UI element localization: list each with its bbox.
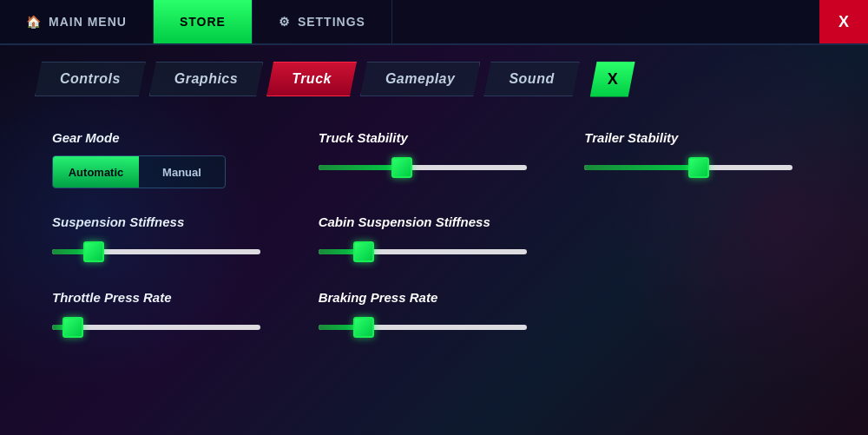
truck-stability-track bbox=[319, 165, 527, 170]
suspension-stiffness-track bbox=[52, 249, 260, 254]
trailer-stability-group: Trailer Stability bbox=[584, 130, 816, 188]
settings-content: Gear Mode Automatic Manual Truck Stabili… bbox=[0, 104, 868, 366]
cabin-suspension-thumb[interactable] bbox=[353, 241, 374, 262]
main-menu-nav[interactable]: 🏠 MAIN MENU bbox=[0, 0, 154, 43]
tab-controls[interactable]: Controls bbox=[35, 62, 146, 96]
gear-mode-label: Gear Mode bbox=[52, 130, 284, 145]
truck-stability-slider[interactable] bbox=[319, 155, 527, 180]
truck-stability-thumb[interactable] bbox=[391, 157, 412, 178]
braking-press-slider[interactable] bbox=[319, 315, 527, 339]
store-label: STORE bbox=[180, 15, 226, 29]
cabin-suspension-slider[interactable] bbox=[319, 240, 527, 264]
braking-press-thumb[interactable] bbox=[353, 317, 374, 338]
suspension-stiffness-thumb[interactable] bbox=[83, 241, 104, 262]
manual-option[interactable]: Manual bbox=[139, 156, 225, 188]
cabin-suspension-group: Cabin Suspension Stiffness bbox=[319, 214, 550, 264]
tab-truck[interactable]: Truck bbox=[266, 62, 357, 96]
gear-mode-group: Gear Mode Automatic Manual bbox=[52, 130, 284, 188]
gear-mode-toggle[interactable]: Automatic Manual bbox=[52, 155, 226, 188]
tab-close-button[interactable]: X bbox=[590, 62, 635, 97]
truck-stability-label: Truck Stability bbox=[319, 130, 550, 145]
tab-sound[interactable]: Sound bbox=[483, 62, 579, 96]
throttle-press-label: Throttle Press Rate bbox=[52, 290, 284, 305]
top-close-button[interactable]: X bbox=[819, 0, 868, 43]
trailer-stability-fill bbox=[584, 165, 699, 170]
suspension-stiffness-slider[interactable] bbox=[52, 240, 260, 264]
top-nav: 🏠 MAIN MENU STORE ⚙ SETTINGS X bbox=[0, 0, 868, 45]
tab-gameplay[interactable]: Gameplay bbox=[360, 62, 480, 96]
settings-icon: ⚙ bbox=[279, 15, 291, 29]
store-nav[interactable]: STORE bbox=[154, 0, 253, 43]
throttle-press-group: Throttle Press Rate bbox=[52, 290, 284, 339]
throttle-press-thumb[interactable] bbox=[62, 317, 83, 338]
throttle-press-slider[interactable] bbox=[52, 315, 260, 339]
main-menu-label: MAIN MENU bbox=[49, 15, 127, 29]
trailer-stability-slider[interactable] bbox=[584, 155, 792, 180]
trailer-stability-label: Trailer Stability bbox=[584, 130, 816, 145]
braking-press-group: Braking Press Rate bbox=[319, 290, 550, 339]
automatic-option[interactable]: Automatic bbox=[53, 156, 139, 188]
tab-graphics[interactable]: Graphics bbox=[149, 62, 263, 96]
suspension-stiffness-label: Suspension Stiffness bbox=[52, 214, 284, 229]
settings-label: SETTINGS bbox=[298, 15, 365, 29]
empty-cell-1 bbox=[584, 214, 816, 264]
tab-bar: Controls Graphics Truck Gameplay Sound X bbox=[0, 54, 868, 104]
cabin-suspension-track bbox=[319, 249, 527, 254]
truck-stability-group: Truck Stability bbox=[319, 130, 550, 188]
settings-nav[interactable]: ⚙ SETTINGS bbox=[253, 0, 392, 43]
home-icon: 🏠 bbox=[26, 15, 42, 29]
cabin-suspension-label: Cabin Suspension Stiffness bbox=[319, 214, 550, 229]
truck-stability-fill bbox=[319, 165, 402, 170]
top-close-label: X bbox=[838, 13, 849, 31]
throttle-press-track bbox=[52, 325, 260, 330]
braking-press-label: Braking Press Rate bbox=[319, 290, 550, 305]
suspension-stiffness-group: Suspension Stiffness bbox=[52, 214, 284, 264]
trailer-stability-thumb[interactable] bbox=[688, 157, 709, 178]
braking-press-track bbox=[319, 325, 527, 330]
trailer-stability-track bbox=[584, 165, 792, 170]
